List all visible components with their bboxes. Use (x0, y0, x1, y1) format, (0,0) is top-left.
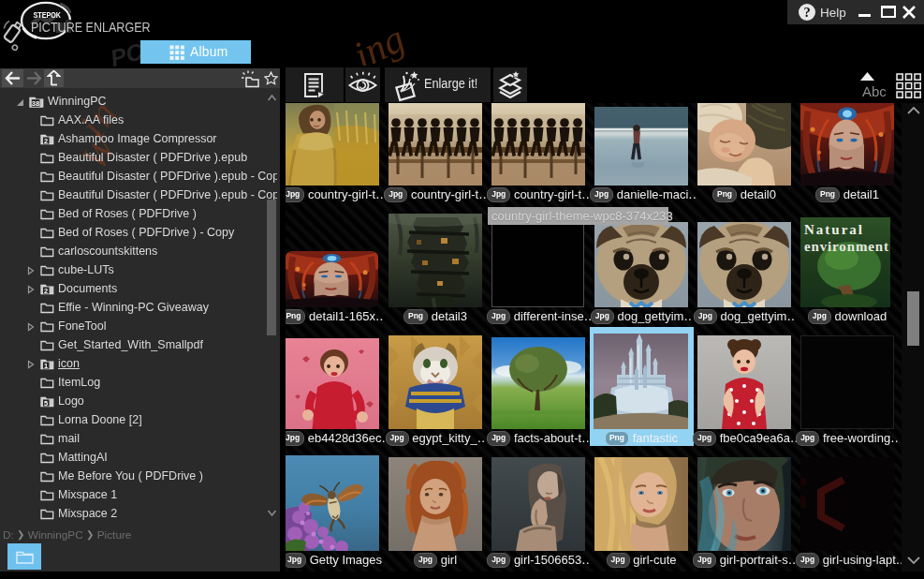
svg-text:38: 38 (32, 98, 39, 107)
svg-text:2: 2 (44, 137, 48, 145)
svg-text:5: 5 (44, 399, 48, 408)
svg-text:2: 2 (44, 287, 48, 295)
svg-text:environment: environment (804, 239, 888, 254)
svg-text:1: 1 (44, 362, 48, 370)
svg-text:Natural: Natural (804, 222, 862, 237)
